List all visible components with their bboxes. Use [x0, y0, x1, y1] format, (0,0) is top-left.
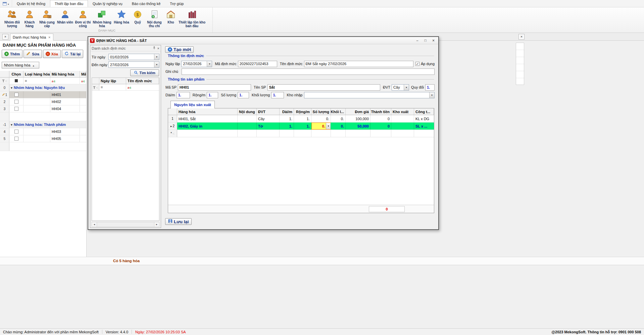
row-checkbox[interactable] [14, 130, 18, 134]
close-button[interactable] [430, 38, 437, 43]
cell-chon[interactable] [9, 128, 23, 135]
ribbon-item-quy[interactable]: $ Quỹ [131, 9, 144, 25]
cell-empty[interactable] [391, 130, 414, 137]
column-header-thanh-tien[interactable]: Thành tiền [370, 108, 391, 115]
ghi-chu-input[interactable] [182, 68, 435, 75]
horizontal-scrollbar[interactable] [92, 222, 159, 227]
column-header-ten-dinh-muc[interactable]: Tên định mức [126, 78, 159, 84]
cell-chon[interactable] [9, 98, 23, 105]
cell-hang-hoa[interactable]: HH01, Sắt [177, 115, 238, 122]
column-header-dai[interactable]: Dài/m [280, 108, 294, 115]
cell-empty[interactable] [280, 130, 294, 137]
column-header-cong-thuc[interactable]: Công t... [414, 108, 434, 115]
group-row-nguyen-lieu[interactable]: 0 Nhóm hàng hóa: Nguyên liệu [0, 84, 86, 91]
cell-empty[interactable] [238, 130, 257, 137]
row-checkbox[interactable] [14, 107, 18, 111]
minimize-button[interactable] [414, 38, 420, 43]
cell-so-luong[interactable]: 0. [311, 115, 331, 122]
ma-dinh-muc-input[interactable]: 20260227102453 [238, 61, 277, 67]
column-header-dvt[interactable]: ĐVT [257, 108, 280, 115]
cell-rong[interactable]: 1. [294, 123, 311, 130]
dropdown-arrow-icon[interactable] [429, 92, 434, 98]
edit-button[interactable]: Sửa [23, 50, 42, 58]
to-date-picker[interactable]: 27/02/2026 [108, 61, 159, 68]
cell-ma[interactable]: HH04 [50, 105, 80, 112]
ma-sp-input[interactable]: HH01 [178, 84, 251, 91]
ribbon-item-don-vi-thi-cong[interactable]: Đơn vị thi công [74, 9, 92, 28]
row-checkbox[interactable] [14, 137, 18, 141]
qty-edit-value[interactable]: 0. [312, 124, 326, 128]
filter-cell-chon[interactable] [9, 78, 23, 84]
ribbon-item-nhom-hang-hoa[interactable]: Nhóm hàng hóa [92, 9, 112, 28]
cell-rong[interactable]: 1. [294, 115, 311, 122]
column-header-ma[interactable]: Mã [80, 71, 86, 77]
column-header-ma-hang-hoa[interactable]: Mã hàng hóa [50, 71, 80, 77]
cell-loai[interactable] [23, 98, 50, 105]
material-row-2-selected[interactable]: 2 HH02, Giấy in Tờ 1. 1. 0. 0. 50,000 0 … [168, 123, 434, 130]
dropdown-arrow-icon[interactable] [154, 54, 159, 60]
cell-noi-dung[interactable] [238, 115, 257, 122]
khoi-luong-input[interactable]: 1. [271, 92, 284, 98]
cell-ma[interactable]: HH01 [50, 91, 80, 98]
app-menu-button[interactable] [0, 0, 12, 7]
cell-chon[interactable] [9, 105, 23, 112]
catalog-row-hh01[interactable]: 1 HH01 [0, 91, 86, 98]
menu-tab-tro-giup[interactable]: Trợ giúp [165, 0, 188, 7]
ribbon-item-nha-cung-cap[interactable]: Nhà cung cấp [38, 9, 56, 28]
cell-hang-hoa[interactable]: HH02, Giấy in [177, 123, 238, 130]
ribbon-item-hang-hoa[interactable]: Hàng hóa [112, 9, 131, 25]
ngay-lap-picker[interactable]: 27/02/2026 [181, 61, 212, 67]
cell-loai[interactable] [23, 128, 50, 135]
cell-empty[interactable] [331, 130, 346, 137]
menu-tab-quan-tri-he-thong[interactable]: Quản trị hệ thống [12, 0, 50, 7]
from-date-picker[interactable]: 01/02/2026 [108, 54, 159, 60]
dropdown-arrow-icon[interactable] [154, 62, 159, 67]
close-document-button[interactable] [2, 34, 8, 40]
ribbon-item-kho[interactable]: Kho [164, 9, 177, 25]
scroll-left-arrow[interactable] [92, 222, 97, 227]
dvt-dropdown[interactable]: Cây [392, 84, 409, 91]
filter-cell-ma2[interactable] [80, 78, 86, 84]
row-checkbox[interactable] [14, 100, 18, 104]
filter-cell-ten-dinh-muc[interactable] [126, 84, 159, 90]
row-checkbox[interactable] [14, 93, 18, 97]
cell-dvt[interactable]: Cây [257, 115, 280, 122]
ribbon-item-nhan-vien[interactable]: Nhân viên [56, 9, 74, 25]
cell-chon[interactable] [9, 91, 23, 98]
cell-dai[interactable]: 1. [280, 115, 294, 122]
column-header-so-luong[interactable]: Số lượng [311, 108, 331, 115]
collapse-icon[interactable] [11, 86, 12, 90]
cell-cong-thuc[interactable]: SL x ... [414, 123, 434, 130]
cell-dvt[interactable]: Tờ [257, 123, 280, 130]
ten-dinh-muc-input[interactable]: ĐM Sắt ngày 27/02/2026 [304, 61, 413, 67]
cell-empty[interactable] [346, 130, 370, 137]
filter-cell-ma[interactable] [50, 78, 80, 84]
ap-dung-checkbox[interactable] [415, 62, 419, 66]
quy-doi-input[interactable]: 1. [425, 84, 435, 91]
cell-khoi-luong[interactable]: 0. [331, 115, 346, 122]
column-header-chon[interactable]: Chọn [9, 71, 23, 77]
dropdown-arrow-icon[interactable] [404, 85, 409, 90]
ribbon-item-khach-hang[interactable]: Khách hàng [21, 9, 38, 28]
dialog-titlebar[interactable]: ĐỊNH MỨC HÀNG HÓA - SẮT [88, 37, 438, 44]
cell-cong-thuc[interactable]: KL x DG [414, 115, 434, 122]
search-button[interactable]: Tìm kiếm [130, 69, 159, 76]
column-header-kho-xuat[interactable]: Kho xuất [391, 108, 414, 115]
cell-loai[interactable] [23, 91, 50, 98]
maximize-button[interactable] [422, 38, 429, 43]
save-button[interactable]: Lưu lại [165, 218, 192, 225]
tab-close-icon[interactable] [48, 35, 50, 39]
filter-cell-loai[interactable]: = [23, 78, 50, 84]
cell-ma2[interactable] [80, 128, 86, 135]
cell-thanh-tien[interactable]: 0 [370, 115, 391, 122]
catalog-row-hh03[interactable]: 4 HH03 [0, 128, 86, 135]
ribbon-item-noi-dung-thu-chi[interactable]: $ Nội dung thu chi [144, 9, 164, 28]
cell-loai[interactable] [23, 105, 50, 112]
cell-ma[interactable]: HH05 [50, 135, 80, 142]
dai-input[interactable]: 1. [177, 92, 190, 98]
column-header-ngay-lap[interactable]: Ngày lập [99, 78, 126, 84]
cell-ma2[interactable] [80, 98, 86, 105]
catalog-row-hh02[interactable]: 2 HH02 [0, 98, 86, 105]
group-by-chip[interactable]: Nhóm hàng hóa [2, 62, 39, 68]
cell-ma2[interactable] [80, 91, 86, 98]
